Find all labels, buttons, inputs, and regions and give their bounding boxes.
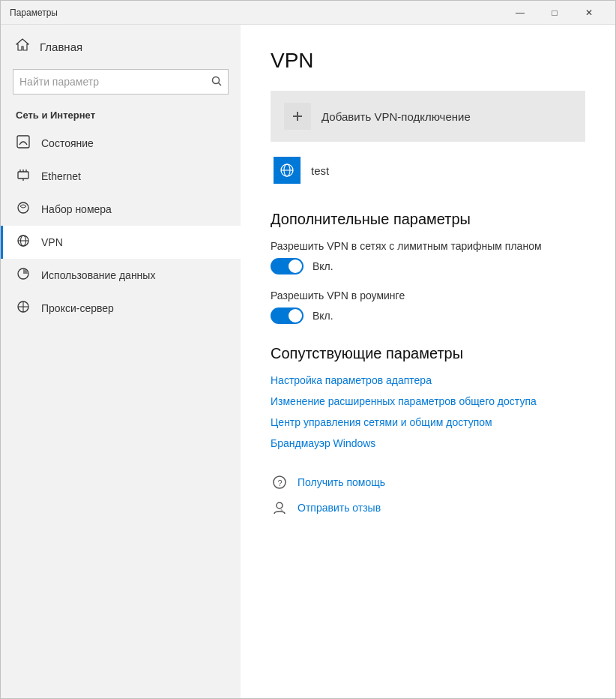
section-label: Сеть и Интернет <box>1 106 241 127</box>
send-feedback-link[interactable]: Отправить отзыв <box>298 502 381 514</box>
vpn-connection-name: test <box>311 164 329 177</box>
toggle-metered[interactable] <box>271 258 304 274</box>
page-title: VPN <box>271 49 585 73</box>
related-settings-heading: Сопутствующие параметры <box>271 345 585 362</box>
vpn-connection-icon <box>274 157 301 184</box>
home-icon <box>16 38 29 56</box>
titlebar: Параметры — □ ✕ <box>1 1 615 25</box>
ethernet-icon <box>16 168 31 184</box>
close-button[interactable]: ✕ <box>572 1 606 25</box>
home-label: Главная <box>40 40 82 53</box>
minimize-button[interactable]: — <box>503 1 537 25</box>
maximize-button[interactable]: □ <box>537 1 572 25</box>
sidebar-item-ethernet-label: Ethernet <box>41 170 81 182</box>
sidebar-item-proxy-label: Прокси-сервер <box>41 302 114 314</box>
toggle-roaming-label: Вкл. <box>312 310 333 322</box>
add-vpn-label: Добавить VPN-подключение <box>321 110 471 123</box>
svg-point-23 <box>277 502 283 508</box>
additional-settings-heading: Дополнительные параметры <box>271 211 585 228</box>
setting-metered-network: Разрешить VPN в сетях с лимитным тарифны… <box>271 240 585 274</box>
sidebar-item-data-label: Использование данных <box>41 269 155 281</box>
sidebar-item-dialup[interactable]: Набор номера <box>1 193 241 226</box>
link-network-center[interactable]: Центр управления сетями и общим доступом <box>271 416 585 428</box>
link-adapter-settings[interactable]: Настройка параметров адаптера <box>271 374 585 386</box>
send-feedback-icon <box>271 499 289 517</box>
dialup-icon <box>16 201 31 218</box>
svg-text:?: ? <box>278 478 283 488</box>
toggle-metered-label: Вкл. <box>312 260 333 272</box>
setting-roaming: Разрешить VPN в роуминге Вкл. <box>271 290 585 324</box>
window-controls: — □ ✕ <box>503 1 606 25</box>
sidebar-item-status-label: Состояние <box>41 137 94 149</box>
svg-line-1 <box>219 82 222 86</box>
setting-roaming-toggle-row: Вкл. <box>271 308 585 324</box>
link-firewall[interactable]: Брандмауэр Windows <box>271 437 585 449</box>
content-area: Главная Сеть и Интернет <box>1 25 615 698</box>
status-icon <box>16 135 31 152</box>
search-input[interactable] <box>19 76 211 88</box>
proxy-icon <box>16 300 31 316</box>
data-usage-icon <box>16 267 31 284</box>
sidebar-item-data-usage[interactable]: Использование данных <box>1 259 241 292</box>
window-title: Параметры <box>10 8 503 18</box>
sidebar-item-vpn[interactable]: VPN <box>1 226 241 259</box>
toggle-roaming[interactable] <box>271 308 304 324</box>
get-help-icon: ? <box>271 473 289 491</box>
add-vpn-icon <box>284 103 311 130</box>
sidebar-item-status[interactable]: Состояние <box>1 127 241 160</box>
vpn-connection-test[interactable]: test <box>271 148 585 193</box>
search-icon-button[interactable] <box>211 76 222 88</box>
svg-rect-3 <box>18 172 28 178</box>
sidebar-home[interactable]: Главная <box>1 31 241 63</box>
help-section: ? Получить помощь Отправить отзыв <box>271 473 585 517</box>
sidebar: Главная Сеть и Интернет <box>1 25 241 698</box>
sidebar-item-dialup-label: Набор номера <box>41 203 112 215</box>
search-box <box>13 69 229 94</box>
get-help-row[interactable]: ? Получить помощь <box>271 473 585 491</box>
setting-roaming-label: Разрешить VPN в роуминге <box>271 290 585 302</box>
svg-point-0 <box>213 76 220 83</box>
settings-window: Параметры — □ ✕ Главная <box>0 0 616 699</box>
main-content: VPN Добавить VPN-подключение <box>241 25 615 698</box>
sidebar-item-ethernet[interactable]: Ethernet <box>1 160 241 193</box>
setting-metered-toggle-row: Вкл. <box>271 258 585 274</box>
link-sharing-settings[interactable]: Изменение расширенных параметров общего … <box>271 395 585 407</box>
vpn-nav-icon <box>16 234 31 250</box>
sidebar-item-proxy[interactable]: Прокси-сервер <box>1 292 241 325</box>
setting-metered-label: Разрешить VPN в сетях с лимитным тарифны… <box>271 240 585 252</box>
sidebar-item-vpn-label: VPN <box>41 236 63 248</box>
send-feedback-row[interactable]: Отправить отзыв <box>271 499 585 517</box>
get-help-link[interactable]: Получить помощь <box>298 476 385 488</box>
add-vpn-button[interactable]: Добавить VPN-подключение <box>271 91 585 142</box>
